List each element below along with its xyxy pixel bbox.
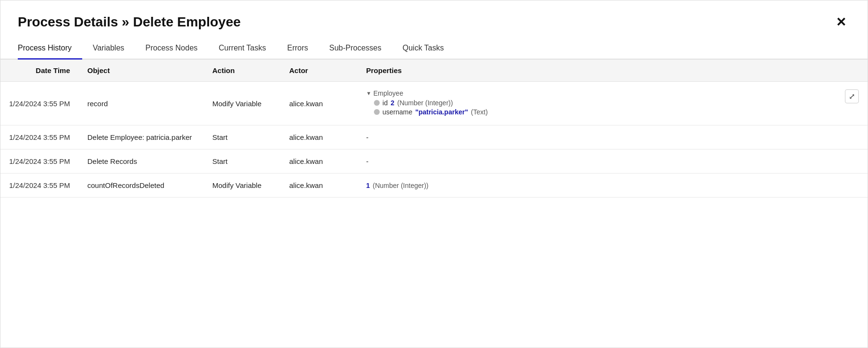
cell-action-4: Modify Variable: [204, 174, 281, 198]
tree-item-username: username "patricia.parker" (Text): [374, 108, 488, 116]
cell-datetime-3: 1/24/2024 3:55 PM: [0, 149, 79, 174]
table-row: 1/24/2024 3:55 PM record Modify Variable…: [0, 82, 868, 125]
table-header-row: Date Time Object Action Actor Properties: [0, 60, 868, 82]
cell-datetime-1: 1/24/2024 3:55 PM: [0, 82, 79, 125]
tree-root-label-1: ▼ Employee: [366, 89, 488, 97]
close-button[interactable]: ✕: [832, 14, 850, 30]
process-history-table-container: Date Time Object Action Actor Properties…: [0, 60, 868, 198]
cell-properties-2: -: [358, 125, 868, 149]
tab-process-nodes[interactable]: Process Nodes: [135, 39, 209, 60]
cell-object-4: countOfRecordsDeleted: [79, 174, 204, 198]
process-history-table: Date Time Object Action Actor Properties…: [0, 60, 868, 198]
tree-item-id: id 2 (Number (Integer)): [374, 99, 488, 107]
table-row: 1/24/2024 3:55 PM countOfRecordsDeleted …: [0, 174, 868, 198]
tree-arrow-icon: ▼: [366, 90, 372, 96]
modal-header: Process Details » Delete Employee ✕: [0, 0, 868, 39]
cell-datetime-4: 1/24/2024 3:55 PM: [0, 174, 79, 198]
property-tree-1: ▼ Employee id 2 (Number (Integer)): [366, 89, 488, 117]
cell-object-1: record: [79, 82, 204, 125]
col-header-properties: Properties: [358, 60, 868, 82]
tab-variables[interactable]: Variables: [82, 39, 135, 60]
dot-icon: [374, 100, 380, 106]
cell-actor-2: alice.kwan: [281, 125, 358, 149]
cell-properties-4: 1 (Number (Integer)): [358, 174, 868, 198]
tab-quick-tasks[interactable]: Quick Tasks: [392, 39, 455, 60]
dot-icon: [374, 109, 380, 115]
cell-action-1: Modify Variable: [204, 82, 281, 125]
cell-action-3: Start: [204, 149, 281, 174]
col-header-datetime: Date Time: [0, 60, 79, 82]
cell-object-3: Delete Records: [79, 149, 204, 174]
tab-current-tasks[interactable]: Current Tasks: [208, 39, 276, 60]
col-header-action: Action: [204, 60, 281, 82]
cell-actor-3: alice.kwan: [281, 149, 358, 174]
tab-sub-processes[interactable]: Sub-Processes: [319, 39, 392, 60]
table-row: 1/24/2024 3:55 PM Delete Records Start a…: [0, 149, 868, 174]
tree-children-1: id 2 (Number (Integer)) username "patric…: [374, 99, 488, 116]
cell-datetime-2: 1/24/2024 3:55 PM: [0, 125, 79, 149]
expand-button-1[interactable]: ⤢: [845, 89, 859, 103]
table-row: 1/24/2024 3:55 PM Delete Employee: patri…: [0, 125, 868, 149]
cell-object-2: Delete Employee: patricia.parker: [79, 125, 204, 149]
tab-errors[interactable]: Errors: [276, 39, 319, 60]
cell-properties-3: -: [358, 149, 868, 174]
tab-bar: Process History Variables Process Nodes …: [0, 39, 868, 60]
col-header-object: Object: [79, 60, 204, 82]
cell-action-2: Start: [204, 125, 281, 149]
cell-actor-4: alice.kwan: [281, 174, 358, 198]
modal-title: Process Details » Delete Employee: [18, 14, 241, 30]
process-details-modal: Process Details » Delete Employee ✕ Proc…: [0, 0, 868, 348]
cell-properties-1: ▼ Employee id 2 (Number (Integer)): [358, 82, 868, 125]
tab-process-history[interactable]: Process History: [18, 39, 82, 60]
cell-actor-1: alice.kwan: [281, 82, 358, 125]
col-header-actor: Actor: [281, 60, 358, 82]
simple-property-4: 1 (Number (Integer)): [366, 182, 859, 189]
